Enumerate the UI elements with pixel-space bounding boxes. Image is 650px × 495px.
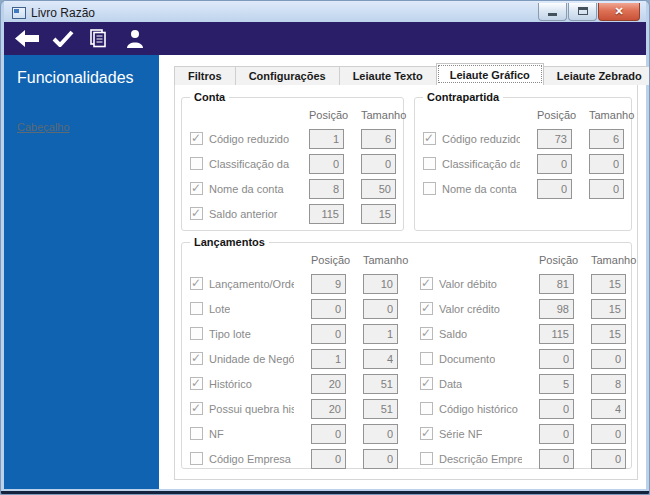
tipo-lote-checkbox[interactable] [190,327,203,340]
checkbox-field: Código reduzido [423,132,520,145]
nf-position-input[interactable] [311,424,346,444]
historico-checkbox[interactable] [190,377,203,390]
position-column-header: Posição [537,109,572,121]
field-row-nome-da-conta: Nome da conta [415,176,631,201]
serie-nf-checkbox[interactable] [420,427,433,440]
documento-position-input[interactable] [539,349,574,369]
tab-configuracoes[interactable]: Configurações [235,66,340,85]
classificacao-da-conta-position-input[interactable] [537,154,572,174]
saldo-size-input[interactable] [591,324,626,344]
codigo-reduzido-size-input[interactable] [589,129,624,149]
historico-size-input[interactable] [363,374,398,394]
possui-quebra-historico-checkbox[interactable] [190,402,203,415]
possui-quebra-historico-position-input[interactable] [311,399,346,419]
classificacao-da-conta-size-input[interactable] [589,154,624,174]
maximize-button[interactable] [568,3,597,21]
valor-debito-checkbox[interactable] [420,277,433,290]
close-button[interactable]: ✕ [598,3,640,21]
possui-quebra-historico-size-input[interactable] [363,399,398,419]
copy-button[interactable] [84,25,114,53]
data-checkbox[interactable] [420,377,433,390]
valor-credito-position-input[interactable] [539,299,574,319]
checkbox-label: Série NF [439,428,482,440]
serie-nf-position-input[interactable] [539,424,574,444]
saldo-position-input[interactable] [539,324,574,344]
documento-size-input[interactable] [591,349,626,369]
confirm-button[interactable] [48,25,78,53]
back-button[interactable] [12,25,42,53]
serie-nf-size-input[interactable] [591,424,626,444]
data-position-input[interactable] [539,374,574,394]
user-button[interactable] [120,25,150,53]
lancamentos-right-column: Posição Tamanho Valor débitoValor crédit… [412,243,633,468]
classificacao-da-conta-position-input[interactable] [309,154,344,174]
lote-size-input[interactable] [363,299,398,319]
unidade-de-negocio-position-input[interactable] [311,349,346,369]
tipo-lote-size-input[interactable] [363,324,398,344]
checkbox-field: Série NF [420,427,522,440]
valor-credito-size-input[interactable] [591,299,626,319]
nome-da-conta-position-input[interactable] [537,179,572,199]
classificacao-da-conta-checkbox[interactable] [423,157,436,170]
saldo-anterior-size-input[interactable] [361,204,396,224]
field-row-codigo-reduzido: Código reduzido [182,126,403,151]
sidebar-link-cabecalho[interactable]: Cabeçalho [17,121,70,133]
size-column-header: Tamanho [589,109,624,121]
historico-position-input[interactable] [311,374,346,394]
nome-da-conta-checkbox[interactable] [423,182,436,195]
saldo-checkbox[interactable] [420,327,433,340]
saldo-anterior-checkbox[interactable] [190,207,203,220]
field-row-lote: Lote [182,296,405,321]
nf-size-input[interactable] [363,424,398,444]
position-column-header: Posição [539,254,574,266]
codigo-reduzido-checkbox[interactable] [190,132,203,145]
codigo-reduzido-position-input[interactable] [309,129,344,149]
documento-checkbox[interactable] [420,352,433,365]
checkbox-label: Data [439,378,462,390]
nome-da-conta-checkbox[interactable] [190,182,203,195]
lancamento-ordem-position-input[interactable] [311,274,346,294]
saldo-anterior-position-input[interactable] [309,204,344,224]
lote-checkbox[interactable] [190,302,203,315]
tab-leiaute-grafico[interactable]: Leiaute Gráfico [436,63,544,85]
codigo-reduzido-checkbox[interactable] [423,132,436,145]
codigo-historico-position-input[interactable] [539,399,574,419]
tab-leiaute-texto[interactable]: Leiaute Texto [339,66,437,85]
tipo-lote-position-input[interactable] [311,324,346,344]
valor-credito-checkbox[interactable] [420,302,433,315]
group-lancamentos: Lançamentos Posição Tamanho Lançamento/O… [181,242,632,469]
lote-position-input[interactable] [311,299,346,319]
codigo-reduzido-size-input[interactable] [361,129,396,149]
valor-debito-size-input[interactable] [591,274,626,294]
valor-debito-position-input[interactable] [539,274,574,294]
classificacao-da-conta-checkbox[interactable] [190,157,203,170]
tab-leiaute-zebrado[interactable]: Leiaute Zebrado [543,66,650,85]
minimize-button[interactable] [538,3,567,21]
tab-filtros[interactable]: Filtros [174,66,236,85]
checkbox-label: Possui quebra histórico [209,403,294,415]
descricao-empresa-size-input[interactable] [591,449,626,469]
codigo-empresa-checkbox[interactable] [190,452,203,465]
lancamento-ordem-checkbox[interactable] [190,277,203,290]
nome-da-conta-size-input[interactable] [589,179,624,199]
descricao-empresa-position-input[interactable] [539,449,574,469]
nf-checkbox[interactable] [190,427,203,440]
classificacao-da-conta-size-input[interactable] [361,154,396,174]
descricao-empresa-checkbox[interactable] [420,452,433,465]
nome-da-conta-size-input[interactable] [361,179,396,199]
unidade-de-negocio-checkbox[interactable] [190,352,203,365]
checkbox-label: Descrição Empresa [439,453,522,465]
unidade-de-negocio-size-input[interactable] [363,349,398,369]
field-row-nf: NF [182,421,405,446]
codigo-reduzido-position-input[interactable] [537,129,572,149]
field-row-classificacao-da-conta: Classificação da conta [182,151,403,176]
nome-da-conta-position-input[interactable] [309,179,344,199]
lancamento-ordem-size-input[interactable] [363,274,398,294]
codigo-historico-size-input[interactable] [591,399,626,419]
field-row-codigo-historico: Código histórico [412,396,633,421]
codigo-historico-checkbox[interactable] [420,402,433,415]
data-size-input[interactable] [591,374,626,394]
codigo-empresa-size-input[interactable] [363,449,398,469]
checkbox-field: Valor débito [420,277,522,290]
codigo-empresa-position-input[interactable] [311,449,346,469]
